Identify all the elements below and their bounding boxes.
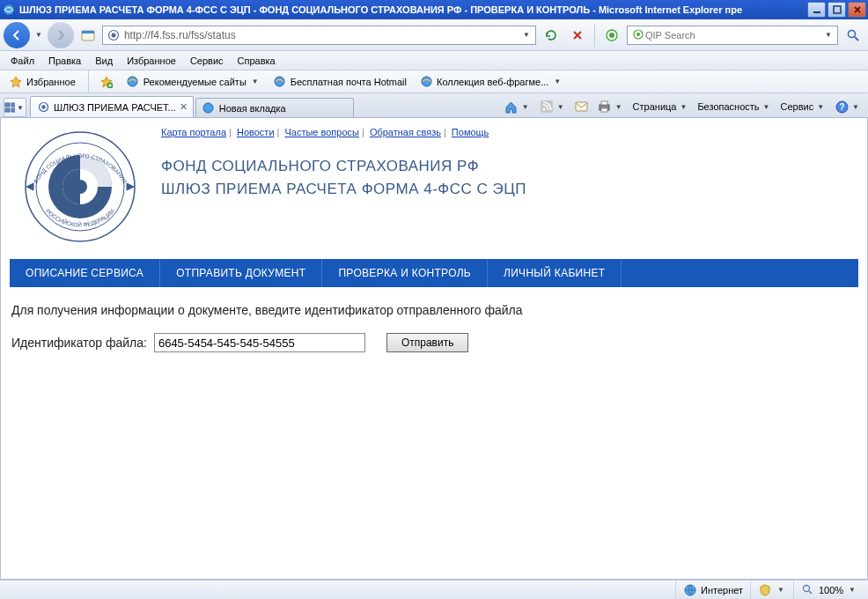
refresh-button[interactable]: [540, 25, 563, 46]
ie-small-icon: [273, 75, 287, 89]
print-icon: [598, 100, 612, 114]
page-menu-label: Страница: [633, 101, 677, 112]
ie-small-icon: [126, 75, 140, 89]
svg-point-6: [111, 33, 115, 37]
service-menu-label: Сервис: [780, 101, 813, 112]
quick-tabs-button[interactable]: ▼: [4, 98, 26, 117]
minimize-button[interactable]: [807, 2, 826, 18]
fav-link-recommended[interactable]: Рекомендуемые сайты ▼: [122, 73, 264, 91]
page-nav: ОПИСАНИЕ СЕРВИСА ОТПРАВИТЬ ДОКУМЕНТ ПРОВ…: [10, 259, 858, 287]
shield-icon: [758, 583, 772, 597]
svg-point-11: [849, 30, 856, 37]
ie-icon: [2, 3, 16, 17]
window-titlebar: ШЛЮЗ ПРИЕМА РАСЧЕТА ФОРМА 4-ФСС С ЭЦП - …: [0, 0, 868, 19]
link-help[interactable]: Помощь: [452, 127, 489, 137]
status-zone-label: Интернет: [701, 585, 743, 595]
address-dropdown[interactable]: ▼: [521, 31, 532, 39]
back-button[interactable]: [4, 22, 30, 48]
qip-icon[interactable]: [600, 25, 623, 46]
nav-check[interactable]: ПРОВЕРКА И КОНТРОЛЬ: [322, 259, 488, 287]
link-faq[interactable]: Частые вопросы: [284, 127, 359, 137]
back-dropdown[interactable]: ▼: [33, 31, 44, 39]
address-input[interactable]: [124, 29, 521, 41]
search-button[interactable]: [842, 25, 864, 46]
file-id-input[interactable]: [154, 333, 365, 352]
content-area: ФОНД СОЦИАЛЬНОГО СТРАХОВАНИЯ РОССИЙСКОЙ …: [0, 118, 868, 580]
help-icon: ?: [835, 100, 849, 114]
svg-rect-1: [813, 11, 820, 13]
svg-rect-2: [834, 6, 841, 13]
stop-button[interactable]: [566, 25, 589, 46]
star-add-icon: [99, 75, 114, 89]
svg-point-39: [804, 586, 810, 592]
fav-link-webfrag[interactable]: Коллекция веб-фрагме... ▼: [416, 73, 566, 91]
globe-icon: [683, 583, 697, 597]
svg-rect-4: [82, 31, 94, 33]
svg-rect-18: [5, 108, 10, 112]
menu-view[interactable]: Вид: [88, 53, 120, 69]
favorites-bar: Избранное Рекомендуемые сайты ▼ Бесплатн…: [0, 70, 868, 93]
org-logo: ФОНД СОЦИАЛЬНОГО СТРАХОВАНИЯ РОССИЙСКОЙ …: [10, 125, 151, 248]
file-id-label: Идентификатор файла:: [11, 336, 147, 350]
menu-edit[interactable]: Правка: [41, 53, 88, 69]
rss-icon: [540, 100, 554, 114]
tab-new[interactable]: Новая вкладка: [195, 98, 354, 117]
statusbar: Интернет ▼ 100% ▼: [0, 580, 868, 599]
tab-active[interactable]: ШЛЮЗ ПРИЕМА РАСЧЕТ... ✕: [30, 96, 194, 117]
svg-point-0: [4, 4, 14, 15]
fav-link-label: Коллекция веб-фрагме...: [437, 77, 548, 87]
page-body: Для получения информации о документе, вв…: [10, 287, 858, 368]
tab-close-button[interactable]: ✕: [180, 101, 188, 113]
chevron-down-icon: ▼: [815, 103, 826, 111]
svg-rect-25: [576, 102, 587, 111]
chevron-down-icon: ▼: [776, 586, 786, 594]
link-feedback[interactable]: Обратная связь: [370, 127, 441, 137]
chevron-down-icon: ▼: [15, 104, 26, 112]
security-menu[interactable]: Безопасность ▼: [694, 100, 775, 114]
window-title: ШЛЮЗ ПРИЕМА РАСЧЕТА ФОРМА 4-ФСС С ЭЦП - …: [19, 4, 807, 15]
chevron-down-icon: ▼: [761, 103, 772, 111]
submit-button[interactable]: Отправить: [386, 333, 469, 352]
add-favorite-button[interactable]: [96, 73, 117, 91]
page-menu[interactable]: Страница ▼: [629, 100, 693, 114]
help-button[interactable]: ? ▼: [831, 98, 864, 115]
fav-link-hotmail[interactable]: Бесплатная почта Hotmail: [269, 73, 410, 91]
search-dropdown[interactable]: ▼: [823, 31, 834, 39]
forward-button[interactable]: [48, 22, 74, 48]
close-button[interactable]: [848, 2, 866, 18]
mail-button[interactable]: [571, 98, 592, 115]
chevron-down-icon: ▼: [614, 103, 624, 111]
link-sitemap[interactable]: Карта портала: [161, 127, 226, 137]
home-button[interactable]: ▼: [501, 98, 534, 115]
address-bar[interactable]: ▼: [102, 26, 536, 45]
feeds-button[interactable]: ▼: [536, 98, 570, 115]
nav-send[interactable]: ОТПРАВИТЬ ДОКУМЕНТ: [160, 259, 322, 287]
nav-description[interactable]: ОПИСАНИЕ СЕРВИСА: [10, 259, 160, 287]
search-provider-icon: [631, 28, 645, 42]
maximize-button[interactable]: [828, 2, 846, 18]
search-input[interactable]: [645, 30, 823, 41]
tab-label: Новая вкладка: [219, 103, 348, 114]
menubar: Файл Правка Вид Избранное Сервис Справка: [0, 51, 868, 70]
chevron-down-icon: ▼: [520, 103, 531, 111]
menu-favorites[interactable]: Избранное: [120, 53, 183, 69]
svg-rect-16: [5, 103, 10, 107]
toolbar-separator: [594, 24, 595, 47]
top-links: Карта портала| Новости| Частые вопросы| …: [161, 125, 858, 155]
zoom-control[interactable]: 100% ▼: [793, 581, 864, 599]
search-box[interactable]: ▼: [627, 26, 838, 45]
print-button[interactable]: ▼: [594, 98, 628, 115]
chevron-down-icon: ▼: [552, 78, 563, 85]
link-news[interactable]: Новости: [237, 127, 275, 137]
status-zone: Интернет: [675, 581, 750, 599]
menu-file[interactable]: Файл: [4, 53, 41, 69]
service-menu[interactable]: Сервис ▼: [776, 100, 829, 114]
menu-tools[interactable]: Сервис: [183, 53, 231, 69]
menu-help[interactable]: Справка: [231, 53, 283, 69]
favorites-button[interactable]: Избранное: [4, 73, 81, 91]
tab-bar: ▼ ШЛЮЗ ПРИЕМА РАСЧЕТ... ✕ Новая вкладка …: [0, 93, 868, 118]
svg-point-24: [542, 108, 545, 111]
nav-cabinet[interactable]: ЛИЧНЫЙ КАБИНЕТ: [488, 259, 622, 287]
zoom-value: 100%: [819, 585, 843, 595]
favbar-separator: [88, 70, 89, 93]
